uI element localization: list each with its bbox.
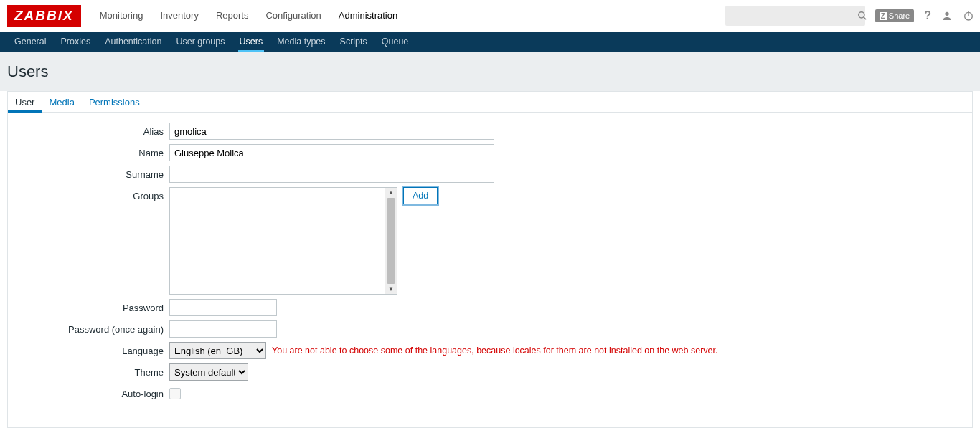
tab-media[interactable]: Media [42,92,81,112]
main-nav: Monitoring Inventory Reports Configurati… [91,0,725,32]
autologin-checkbox[interactable] [169,388,181,399]
subnav-users[interactable]: Users [232,32,270,52]
zabbix-logo[interactable]: ZABBIX [7,5,81,27]
theme-select[interactable]: System default [169,363,248,381]
subnav-proxies[interactable]: Proxies [53,32,98,52]
search-icon[interactable] [857,11,867,21]
alias-input[interactable] [169,123,494,140]
listbox-scrollbar[interactable]: ▲ ▼ [385,188,397,294]
tab-permissions[interactable]: Permissions [82,92,147,112]
search-box [725,6,865,26]
user-form: Alias Name Surname Groups ▲ [8,113,972,414]
logout-icon[interactable] [963,10,974,22]
password-label: Password [15,299,169,313]
tabs: User Media Permissions [8,92,972,113]
password2-input[interactable] [169,320,277,338]
language-warning: You are not able to choose some of the l… [272,342,717,359]
name-input[interactable] [169,144,494,161]
svg-point-0 [859,12,864,18]
share-label: Share [889,11,910,20]
user-icon[interactable] [941,10,953,22]
svg-point-2 [945,12,948,16]
groups-label: Groups [15,187,169,201]
tab-user[interactable]: User [8,92,42,113]
sub-nav: General Proxies Authentication User grou… [0,32,980,52]
share-button[interactable]: Z Share [875,9,914,22]
password-input[interactable] [169,299,277,316]
scroll-up-icon[interactable]: ▲ [385,188,397,197]
language-label: Language [15,342,169,356]
scroll-down-icon[interactable]: ▼ [385,285,397,294]
groups-add-button[interactable]: Add [403,187,438,204]
nav-monitoring[interactable]: Monitoring [91,0,152,32]
svg-line-1 [864,17,867,20]
subnav-user-groups[interactable]: User groups [169,32,232,52]
share-z-icon: Z [880,12,887,20]
search-input[interactable] [725,11,857,22]
subnav-authentication[interactable]: Authentication [98,32,169,52]
autologin-label: Auto-login [15,385,169,399]
subnav-queue[interactable]: Queue [374,32,416,52]
alias-label: Alias [15,123,169,137]
surname-label: Surname [15,166,169,180]
nav-administration[interactable]: Administration [330,0,406,32]
page-title: Users [7,62,973,81]
name-label: Name [15,144,169,158]
language-select[interactable]: English (en_GB) [169,342,266,359]
content-panel: User Media Permissions Alias Name Surnam… [7,91,973,428]
subnav-general[interactable]: General [7,32,53,52]
subnav-media-types[interactable]: Media types [270,32,332,52]
scroll-thumb[interactable] [387,198,395,284]
password2-label: Password (once again) [15,320,169,335]
help-icon[interactable]: ? [924,9,931,22]
nav-inventory[interactable]: Inventory [151,0,207,32]
theme-label: Theme [15,363,169,378]
groups-listbox[interactable]: ▲ ▼ [169,187,397,295]
nav-reports[interactable]: Reports [207,0,258,32]
surname-input[interactable] [169,166,494,183]
nav-configuration[interactable]: Configuration [257,0,329,32]
